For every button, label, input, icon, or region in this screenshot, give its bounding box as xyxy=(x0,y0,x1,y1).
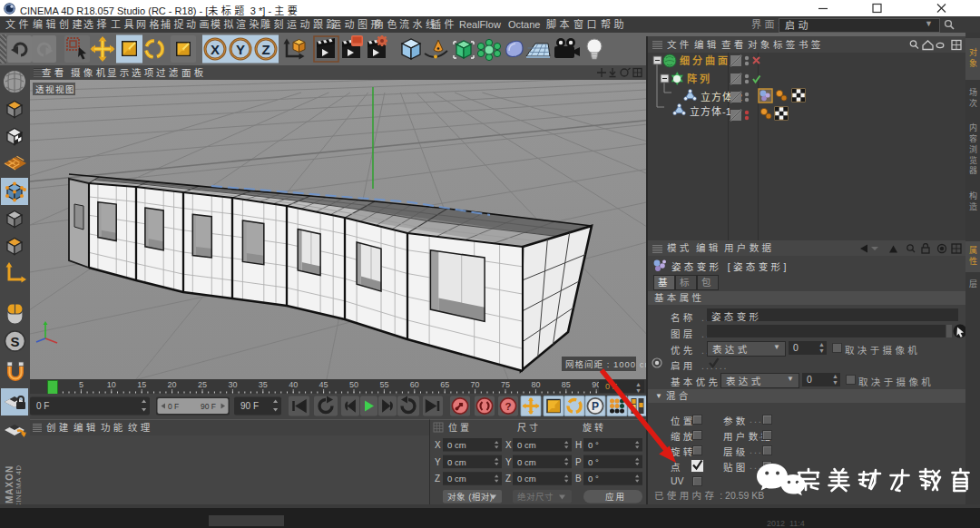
svg-text:15: 15 xyxy=(137,380,146,389)
svg-text:40: 40 xyxy=(289,380,298,389)
svg-text:80: 80 xyxy=(531,380,540,389)
svg-text:10: 10 xyxy=(107,380,116,389)
svg-text:Y: Y xyxy=(236,42,245,57)
svg-text:65: 65 xyxy=(440,380,449,389)
svg-text:阵列: 阵列 xyxy=(687,73,712,84)
svg-text:立方体-1: 立方体-1 xyxy=(690,105,731,117)
svg-text:55: 55 xyxy=(379,380,388,389)
svg-text:S: S xyxy=(10,334,19,349)
svg-text:对象 (相对): 对象 (相对) xyxy=(447,492,493,502)
svg-text:5: 5 xyxy=(79,380,83,389)
svg-text:35: 35 xyxy=(259,380,268,389)
svg-text:Y: Y xyxy=(505,457,512,467)
svg-text:0 cm: 0 cm xyxy=(517,474,536,484)
svg-text:90 F: 90 F xyxy=(240,401,259,411)
svg-text:20: 20 xyxy=(168,380,177,389)
svg-text:90 F: 90 F xyxy=(201,402,216,411)
svg-text:50: 50 xyxy=(349,380,358,389)
svg-text:透视视图: 透视视图 xyxy=(35,84,75,94)
svg-text:?: ? xyxy=(505,401,511,412)
svg-text:0 cm: 0 cm xyxy=(447,440,466,450)
svg-text:0 cm: 0 cm xyxy=(447,474,466,484)
svg-text:0 cm: 0 cm xyxy=(517,440,536,450)
svg-text:绝对尺寸: 绝对尺寸 xyxy=(517,492,554,502)
svg-text:X: X xyxy=(435,440,441,450)
svg-text:Z: Z xyxy=(505,474,511,484)
svg-text:细分曲面: 细分曲面 xyxy=(680,54,730,66)
svg-text:70: 70 xyxy=(471,380,480,389)
svg-text:0 cm: 0 cm xyxy=(517,457,536,467)
svg-text:0 °: 0 ° xyxy=(588,474,599,484)
svg-text:0 F: 0 F xyxy=(36,401,49,411)
svg-text:0 cm: 0 cm xyxy=(447,457,466,467)
svg-text:45: 45 xyxy=(319,380,328,389)
svg-text:Z: Z xyxy=(435,474,440,484)
svg-text:0 F: 0 F xyxy=(168,402,179,411)
svg-text:X: X xyxy=(505,440,512,450)
svg-text:85: 85 xyxy=(562,380,571,389)
svg-text:Y: Y xyxy=(435,457,441,467)
svg-text:B: B xyxy=(575,474,582,484)
svg-text:应用: 应用 xyxy=(605,492,626,502)
svg-text:75: 75 xyxy=(501,380,510,389)
svg-text:30: 30 xyxy=(228,380,237,389)
svg-text:尺寸: 尺寸 xyxy=(517,422,541,433)
svg-text:X: X xyxy=(211,42,220,57)
svg-text:25: 25 xyxy=(198,380,207,389)
svg-text:60: 60 xyxy=(410,380,419,389)
svg-text:位置: 位置 xyxy=(448,422,472,433)
svg-text:Z: Z xyxy=(261,42,270,57)
